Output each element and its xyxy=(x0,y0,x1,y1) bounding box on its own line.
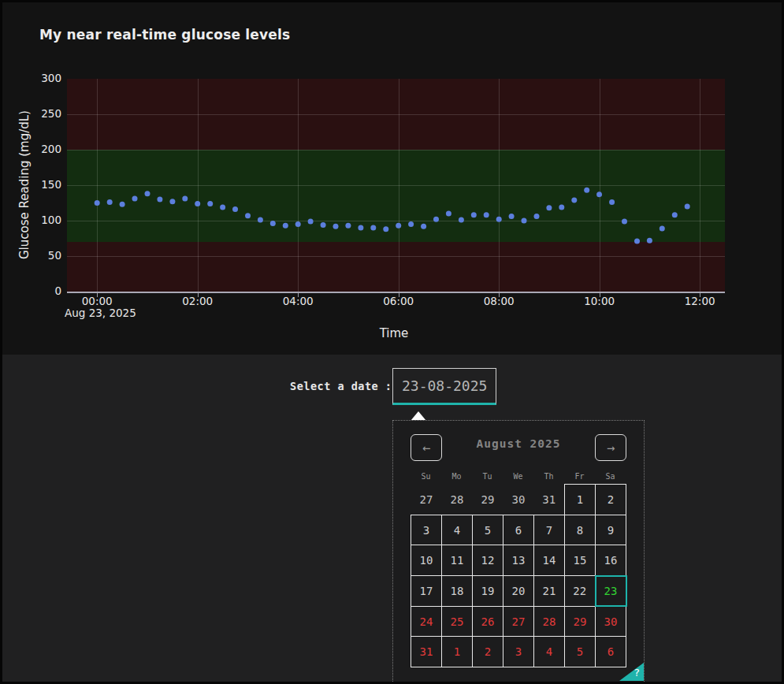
calendar-day[interactable]: 26 xyxy=(473,606,503,637)
calendar-day[interactable]: 15 xyxy=(565,545,596,576)
calendar-day[interactable]: 2 xyxy=(473,637,503,667)
data-point xyxy=(333,224,339,229)
calendar-week-row: 24252627282930 xyxy=(411,606,626,637)
calendar-day[interactable]: 2 xyxy=(596,485,626,515)
calendar-day[interactable]: 1 xyxy=(565,485,596,515)
data-point xyxy=(270,221,276,226)
calendar-week-row: 31123456 xyxy=(411,637,626,667)
data-point xyxy=(258,217,263,223)
calendar-day-outside: 28 xyxy=(442,485,473,515)
x-tick-label: 00:00 xyxy=(69,295,124,307)
calendar-day[interactable]: 5 xyxy=(565,637,596,667)
calendar-day[interactable]: 19 xyxy=(473,576,503,607)
calendar-popup: ← August 2025 → SuMoTuWeThFrSa 272829303… xyxy=(392,420,645,683)
calendar-day[interactable]: 24 xyxy=(411,606,442,637)
date-picker-label: Select a date : xyxy=(290,368,392,405)
data-point xyxy=(509,214,515,219)
calendar-day[interactable]: 11 xyxy=(442,545,473,576)
calendar-day[interactable]: 18 xyxy=(442,576,473,607)
calendar-day[interactable]: 8 xyxy=(565,515,596,545)
x-tick-label: 06:00 xyxy=(371,295,426,307)
data-point xyxy=(685,204,690,210)
calendar-day[interactable]: 20 xyxy=(503,576,534,607)
glucose-data-points xyxy=(67,79,725,292)
weekday-header-row: SuMoTuWeThFrSa xyxy=(411,472,626,481)
data-point xyxy=(459,217,464,223)
plot-area xyxy=(67,79,725,292)
calendar-day[interactable]: 4 xyxy=(442,515,473,545)
data-point xyxy=(522,218,527,224)
x-tick-label: 10:00 xyxy=(572,295,627,307)
weekday-label: Sa xyxy=(595,472,626,481)
data-point xyxy=(421,224,426,229)
x-tick-label: 04:00 xyxy=(270,295,325,307)
data-point xyxy=(471,212,477,217)
date-input-value: 23-08-2025 xyxy=(402,377,487,394)
calendar-day[interactable]: 13 xyxy=(503,545,534,576)
date-picker-section: Select a date : 23-08-2025 ← August 2025… xyxy=(0,355,784,684)
calendar-day[interactable]: 6 xyxy=(503,515,534,545)
calendar-day[interactable]: 17 xyxy=(411,576,442,607)
app-window: My near real-time glucose levels Glucose… xyxy=(0,0,784,684)
weekday-label: Mo xyxy=(441,472,472,481)
calendar-day[interactable]: 10 xyxy=(411,545,442,576)
calendar-day[interactable]: 4 xyxy=(534,637,565,667)
data-point xyxy=(484,212,489,217)
calendar-day[interactable]: 7 xyxy=(534,515,565,545)
data-point xyxy=(169,199,175,204)
calendar-day[interactable]: 22 xyxy=(565,576,596,607)
data-point xyxy=(295,221,301,227)
calendar-day[interactable]: 28 xyxy=(534,606,565,637)
data-point xyxy=(370,225,376,231)
y-tick-label: 250 xyxy=(24,107,61,120)
calendar-week-row: 10111213141516 xyxy=(411,545,626,576)
data-point xyxy=(95,200,100,206)
calendar-day-selected[interactable]: 23 xyxy=(596,576,626,607)
data-point xyxy=(321,222,326,228)
y-tick-label: 50 xyxy=(24,249,61,262)
calendar-day-outside: 29 xyxy=(473,485,503,515)
weekday-label: Fr xyxy=(564,472,595,481)
calendar-day[interactable]: 29 xyxy=(565,606,596,637)
data-point xyxy=(195,201,200,206)
date-input[interactable]: 23-08-2025 xyxy=(392,368,496,405)
y-tick-label: 150 xyxy=(24,178,61,191)
data-point xyxy=(446,211,451,217)
calendar-day[interactable]: 5 xyxy=(473,515,503,545)
calendar-day[interactable]: 25 xyxy=(442,606,473,637)
data-point xyxy=(207,201,213,206)
help-question-mark: ? xyxy=(634,667,640,678)
data-point xyxy=(559,204,564,210)
calendar-day-outside: 31 xyxy=(534,485,565,515)
help-icon[interactable]: ? xyxy=(619,663,644,681)
data-point xyxy=(383,226,388,232)
calendar-week-row: 3456789 xyxy=(411,515,626,545)
calendar-day-outside: 27 xyxy=(411,485,442,515)
data-point xyxy=(145,191,150,196)
calendar-day[interactable]: 3 xyxy=(411,515,442,545)
calendar-day[interactable]: 31 xyxy=(411,637,442,667)
calendar-day[interactable]: 14 xyxy=(534,545,565,576)
x-axis-title: Time xyxy=(315,326,473,340)
x-tick-label: 08:00 xyxy=(471,295,526,307)
data-point xyxy=(283,223,288,229)
help-triangle-icon xyxy=(619,663,644,681)
calendar-day[interactable]: 27 xyxy=(503,606,534,637)
data-point xyxy=(107,199,113,205)
y-tick-label: 300 xyxy=(24,72,61,84)
next-month-button[interactable]: → xyxy=(595,434,626,461)
page-title: My near real-time glucose levels xyxy=(39,27,290,43)
calendar-day[interactable]: 12 xyxy=(473,545,503,576)
data-point xyxy=(120,202,125,207)
calendar-day[interactable]: 16 xyxy=(596,545,626,576)
weekday-label: Tu xyxy=(472,472,503,481)
calendar-day[interactable]: 9 xyxy=(596,515,626,545)
calendar-day[interactable]: 21 xyxy=(534,576,565,607)
calendar-day[interactable]: 3 xyxy=(503,637,534,667)
data-point xyxy=(396,223,401,229)
data-point xyxy=(596,191,602,197)
calendar-week-row: 272829303112 xyxy=(411,485,626,515)
calendar-day[interactable]: 30 xyxy=(596,606,626,637)
right-arrow-icon: → xyxy=(607,440,615,455)
calendar-day[interactable]: 1 xyxy=(442,637,473,667)
